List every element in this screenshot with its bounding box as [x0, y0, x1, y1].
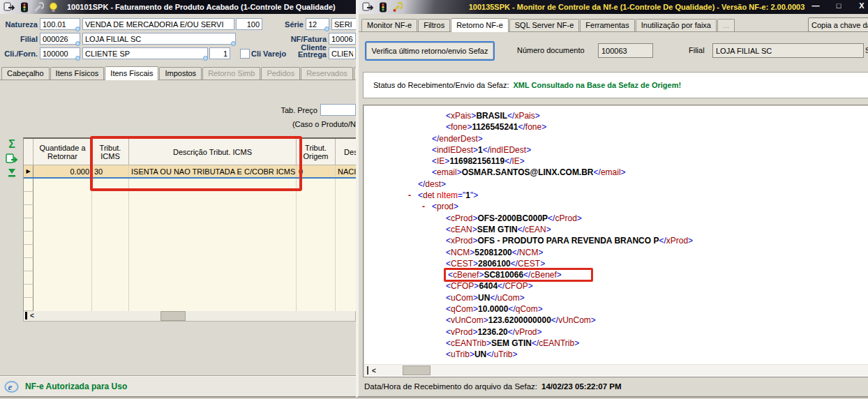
table-row-empty[interactable] [24, 298, 356, 311]
right-window: 100135SPK - Monitor de Controle da Nf-e … [356, 0, 868, 398]
cli-forn-code-field[interactable] [40, 47, 80, 59]
left-window: 100101SPK - Faturamento de Produto Acaba… [0, 0, 356, 398]
xml-line-vUnCom: <vUnCom>123.6200000000</vUnCom> [364, 315, 868, 326]
table-row-empty[interactable] [24, 285, 356, 298]
tab-retorno-nf-e[interactable]: Retorno NF-e [451, 18, 509, 32]
grid-cell-empty [129, 271, 297, 285]
tab-monitor-nf-e[interactable]: Monitor NF-e [361, 19, 417, 31]
row-marker [24, 298, 33, 311]
serie-desc-field[interactable] [331, 18, 356, 30]
close-button[interactable]: X [856, 1, 867, 10]
grid-header-tribut-icms[interactable]: Tribut. ICMS [92, 139, 129, 165]
minimize-button[interactable]: — [810, 1, 821, 10]
tab-pedidos: Pedidos [261, 67, 300, 80]
filial-field[interactable] [712, 43, 864, 58]
cliente-entrega-field[interactable] [329, 47, 356, 59]
grid-header-descricao-tribut-icms[interactable]: Descrição Tribut. ICMS [129, 139, 297, 165]
filial-desc-field[interactable] [82, 33, 236, 45]
tab-inutilizacao-por-faixa[interactable]: Inutilização por faixa [636, 19, 717, 31]
svg-text:e: e [8, 382, 13, 392]
grid-header-row: Quantidade a RetornarTribut. ICMSDescriç… [24, 139, 356, 165]
loja-field[interactable] [209, 47, 230, 59]
grid-cell: 0 [297, 165, 336, 177]
grid-cell-empty [297, 298, 336, 311]
tab-cabecalho[interactable]: Cabeçalho [1, 67, 50, 80]
scroll-left-arrow-icon[interactable]: < [372, 367, 376, 375]
export-icon[interactable] [3, 2, 15, 12]
table-row-empty[interactable] [24, 232, 356, 245]
right-window-title: 100135SPK - Monitor de Controle da Nf-e … [403, 3, 868, 11]
doc-number-field[interactable] [598, 43, 653, 58]
table-row-empty[interactable] [24, 179, 356, 192]
tab-preco-field[interactable] [320, 104, 356, 116]
wrench-icon[interactable] [33, 2, 44, 13]
natureza-desc-field[interactable] [82, 18, 234, 30]
tab-impostos[interactable]: Impostos [159, 67, 202, 80]
right-footer: Data/Hora de Recebimento do arquivo da S… [364, 382, 622, 391]
maximize-button[interactable]: □ [833, 1, 844, 10]
table-row[interactable]: ▶0.00030ISENTA OU NAO TRIBUTADA E C/COBR… [24, 165, 356, 179]
export-icon[interactable] [362, 2, 374, 12]
filial-label: Filial [689, 46, 705, 54]
xml-horizontal-scrollbar[interactable]: < [364, 364, 868, 376]
traffic-light-icon[interactable] [20, 2, 29, 13]
table-row-empty[interactable] [24, 192, 356, 205]
go-bottom-icon[interactable] [7, 168, 17, 178]
tab-itens-fiscais[interactable]: Itens Fiscais [105, 66, 158, 80]
xml-line-cBenef: <cBenef>SC810066</cBenef> [364, 269, 868, 280]
cli-varejo-checkbox[interactable] [240, 49, 250, 59]
bulb-icon[interactable] [49, 2, 58, 13]
tab-ferramentas[interactable]: Ferramentas [580, 19, 634, 31]
grid-cell-empty [92, 271, 129, 285]
filial-code-field[interactable] [40, 33, 80, 45]
xml-line-fone: <fone>1126545241</fone> [364, 121, 868, 133]
grid-horizontal-scrollbar[interactable]: < [23, 310, 356, 322]
grid-header-descrica[interactable]: Descriçã [336, 139, 356, 165]
table-row-empty[interactable] [24, 218, 356, 232]
table-row-empty[interactable] [24, 205, 356, 218]
serie-label: Série [266, 20, 304, 29]
table-row-empty[interactable] [24, 258, 356, 271]
grid-cell-empty [129, 192, 297, 205]
xml-line-cEANTrib: <cEANTrib>SEM GTIN</cEANTrib> [364, 338, 868, 349]
nf-fatura-field[interactable] [329, 33, 356, 45]
grid-cell-empty [336, 258, 356, 271]
cli-forn-desc-field[interactable] [82, 47, 208, 59]
items-grid: Quantidade a RetornarTribut. ICMSDescriç… [23, 137, 356, 311]
verify-sefaz-button[interactable]: Verifica último retorno/envio Sefaz [365, 41, 495, 61]
collapse-icon[interactable]: - [408, 190, 418, 201]
traffic-light-icon[interactable] [379, 2, 387, 13]
grid-header-quantidade-a-retornar[interactable]: Quantidade a Retornar [33, 139, 92, 165]
screen: 100101SPK - Faturamento de Produto Acaba… [0, 0, 868, 399]
natureza-extra-field[interactable] [236, 18, 262, 30]
export-row-icon[interactable] [6, 153, 18, 165]
tab-itens-fisicos[interactable]: Itens Físicos [50, 67, 105, 80]
grid-cell-empty [336, 245, 356, 258]
tab-filtros[interactable]: Filtros [418, 19, 450, 31]
grid-cell-empty [336, 205, 356, 218]
wrench-icon[interactable] [392, 2, 403, 13]
sum-icon[interactable]: Σ [8, 139, 15, 150]
cliente-entrega-line2: Entrega [298, 50, 327, 59]
table-row-empty[interactable] [24, 245, 356, 258]
lookup-dot-icon [75, 56, 80, 61]
grid-cell-empty [92, 245, 129, 258]
grid-cell-empty [297, 218, 336, 232]
lookup-dot-icon [75, 27, 80, 31]
copy-key-button[interactable]: Copia a chave da N [808, 17, 868, 32]
xml-line-det: -<det nItem="1"> [364, 190, 868, 201]
collapse-icon[interactable]: - [422, 201, 432, 212]
table-row-empty[interactable] [24, 271, 356, 285]
natureza-code-field[interactable] [40, 18, 80, 30]
grid-cell-empty [33, 192, 92, 205]
nf-fatura-label: NF/Fatura [272, 35, 327, 43]
tab-reservados: Reservados [301, 67, 353, 80]
tab-preco-label: Tab. Preço [267, 106, 317, 114]
scroll-thumb[interactable] [160, 311, 186, 321]
scroll-thumb[interactable] [403, 366, 431, 375]
tab-sql-server-nf-e[interactable]: SQL Server NF-e [509, 19, 580, 31]
scroll-left-arrow-icon[interactable]: < [30, 312, 34, 319]
grid-header-tribut-origem[interactable]: Tribut. Origem [297, 139, 336, 165]
grid-cell-empty [33, 298, 92, 311]
grid-cell-empty [297, 258, 336, 271]
